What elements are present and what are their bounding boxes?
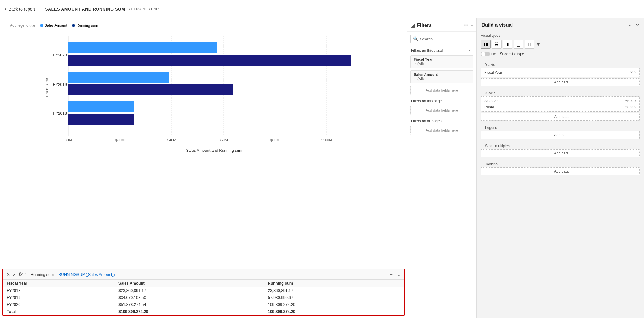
visual-type-matrix[interactable]: ☵ (492, 40, 502, 49)
visual-type-dropdown[interactable]: ▼ (536, 42, 540, 47)
x-axis-close-icon-sales[interactable]: ✕ (630, 99, 633, 103)
formula-input[interactable]: 1 Running sum = RUNNINGSUM([Sales Amount… (25, 272, 387, 277)
visual-type-line[interactable]: ⎯ (514, 40, 523, 49)
suggest-toggle[interactable]: Off (481, 52, 495, 56)
formula-minimize-icon[interactable]: − (389, 271, 393, 278)
search-input[interactable] (420, 37, 471, 41)
x-axis-chevron-icon-running[interactable]: > (634, 105, 636, 109)
formula-collapse-icon[interactable]: ⌄ (396, 271, 401, 278)
legend: Add legend title Sales Amount Running su… (5, 21, 103, 30)
legend-label-sales: Sales Amount (45, 23, 67, 28)
svg-text:FY2018: FY2018 (53, 111, 67, 116)
legend-section-label: Legend (481, 123, 640, 131)
build-panel-icons: ⋯ ✕ (629, 23, 639, 28)
x-axis-close-icon-running[interactable]: ✕ (630, 105, 633, 109)
filters-panel: ◢ Filters 👁 » 🔍 Filters on this visual ⋯… (407, 18, 477, 318)
filter-expand-icon[interactable]: » (471, 23, 473, 28)
x-axis-eye-icon-sales[interactable]: 👁 (625, 99, 629, 103)
x-axis-eye-icon-running[interactable]: 👁 (625, 105, 629, 109)
formula-cancel-button[interactable]: ✕ (6, 272, 10, 277)
col-header-running: Running sum (264, 280, 404, 287)
svg-text:$100M: $100M (321, 138, 332, 142)
filter-section-visual-more[interactable]: ⋯ (469, 49, 473, 53)
build-panel-header: Build a visual ⋯ ✕ (477, 18, 644, 31)
table-cell-sales: $109,809,274.20 (115, 308, 264, 315)
filter-add-visual[interactable]: Add data fields here (410, 86, 473, 95)
top-bar: ‹ Back to report SALES AMOUNT AND RUNNIN… (0, 0, 644, 18)
svg-text:FY2020: FY2020 (53, 53, 67, 57)
filter-fiscal-year-sub: is (All) (414, 62, 470, 66)
y-axis-close-icon[interactable]: ✕ (630, 70, 633, 75)
visual-type-bar[interactable]: ▮ (503, 40, 512, 49)
suggest-row: Off Suggest a type (477, 50, 644, 58)
legend-label-running: Running sum (77, 23, 98, 28)
table-cell-running: 23,860,891.17 (264, 287, 404, 294)
legend-item-sales: Sales Amount (40, 23, 67, 28)
x-axis-label: X-axis (481, 89, 640, 96)
table-cell-year: FY2019 (3, 294, 115, 301)
formula-fx-icon: fx (19, 272, 22, 277)
separator (40, 5, 40, 14)
filter-add-page[interactable]: Add data fields here (410, 106, 473, 115)
build-more-icon[interactable]: ⋯ (629, 23, 633, 28)
y-axis-label: Y-axis (481, 60, 640, 68)
tooltips-add-btn[interactable]: +Add data (481, 167, 640, 175)
filter-fiscal-year-title: Fiscal Year (414, 57, 470, 62)
main-layout: Add legend title Sales Amount Running su… (0, 18, 644, 318)
y-axis-box: Fiscal Year ✕ > (481, 68, 640, 77)
y-axis-item-text: Fiscal Year (484, 70, 629, 75)
table-cell-running: 109,809,274.20 (264, 308, 404, 315)
filter-card-fiscal[interactable]: Fiscal Year is (All) (410, 55, 473, 68)
svg-text:Sales Amount and Running sum: Sales Amount and Running sum (186, 148, 242, 153)
filters-panel-header: ◢ Filters 👁 » (407, 18, 476, 32)
svg-text:$20M: $20M (115, 138, 125, 142)
suggest-type-label: Suggest a type (500, 52, 524, 56)
y-axis-add-btn[interactable]: +Add data (481, 78, 640, 86)
back-button[interactable]: ‹ Back to report (5, 6, 35, 12)
filter-section-page-more[interactable]: ⋯ (469, 99, 473, 103)
y-axis-chevron-icon[interactable]: > (634, 70, 636, 75)
visual-types-label: Visual types (477, 31, 644, 39)
formula-confirm-button[interactable]: ✓ (12, 272, 16, 277)
small-multiples-add-btn[interactable]: +Add data (481, 149, 640, 157)
toggle-track[interactable] (481, 52, 490, 56)
table-row: Total$109,809,274.20109,809,274.20 (3, 308, 404, 315)
filter-add-all[interactable]: Add data fields here (410, 126, 473, 135)
table-cell-running: 57,930,999.67 (264, 294, 404, 301)
visual-type-grid[interactable]: □ (525, 40, 534, 49)
bar-chart: Fiscal Year FY2020 FY2019 FY2018 $0M $20… (6, 33, 401, 154)
filter-card-sales[interactable]: Sales Amount is (All) (410, 70, 473, 83)
build-panel-title: Build a visual (481, 22, 513, 28)
back-arrow-icon: ‹ (5, 6, 7, 12)
table-row: FY2020$51,878,274.54109,809,274.20 (3, 301, 404, 308)
x-axis-item-running: Runni... 👁 ✕ > (483, 104, 638, 110)
formula-area: ✕ ✓ fx 1 Running sum = RUNNINGSUM([Sales… (2, 269, 405, 316)
legend-add-btn[interactable]: +Add data (481, 131, 640, 139)
x-axis-chevron-icon-sales[interactable]: > (634, 99, 636, 103)
svg-rect-14 (68, 101, 134, 112)
table-row: FY2018$23,860,891.1723,860,891.17 (3, 287, 404, 294)
toggle-off-label: Off (491, 52, 495, 56)
y-axis-section: Y-axis Fiscal Year ✕ > +Add data X-axis … (477, 58, 644, 180)
table-row: FY2019$34,070,108.5057,930,999.67 (3, 294, 404, 301)
y-axis-item-fiscal: Fiscal Year ✕ > (483, 69, 638, 76)
small-multiples-label: Small multiples (481, 141, 640, 149)
table-cell-year: FY2020 (3, 301, 115, 308)
visual-type-table[interactable]: ▮▮ (481, 40, 491, 49)
svg-rect-12 (68, 84, 233, 95)
svg-rect-11 (68, 72, 169, 83)
build-close-icon[interactable]: ✕ (636, 23, 639, 28)
x-axis-add-btn[interactable]: +Add data (481, 113, 640, 121)
filter-section-all-more[interactable]: ⋯ (469, 119, 473, 123)
x-axis-item-sales: Sales Am... 👁 ✕ > (483, 98, 638, 104)
svg-text:$60M: $60M (219, 138, 228, 142)
formula-line-num: 1 (25, 272, 27, 277)
formula-bar: ✕ ✓ fx 1 Running sum = RUNNINGSUM([Sales… (3, 269, 404, 280)
svg-rect-9 (68, 55, 351, 66)
table-cell-year: Total (3, 308, 115, 315)
legend-title: Add legend title (10, 23, 35, 28)
svg-text:FY2019: FY2019 (53, 82, 67, 87)
svg-rect-8 (68, 42, 217, 53)
svg-text:$80M: $80M (270, 138, 279, 142)
filter-eye-icon[interactable]: 👁 (464, 23, 468, 28)
